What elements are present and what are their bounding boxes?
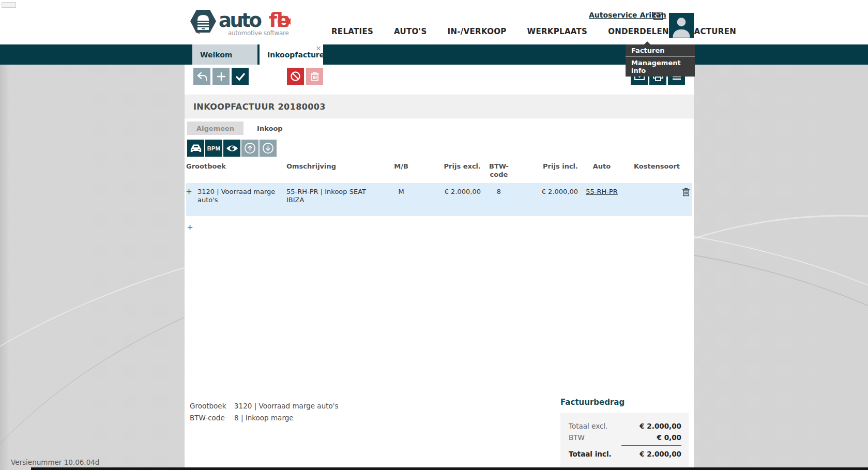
nav-item-facturen[interactable]: FACTUREN xyxy=(690,27,736,36)
col-header-kostensoort: Kostensoort xyxy=(626,161,679,179)
menu-item-facturen[interactable]: Facturen xyxy=(626,44,695,56)
add-row-icon[interactable]: + xyxy=(187,223,193,232)
totals-row-excl: Totaal excl. € 2.000,00 xyxy=(569,420,681,432)
close-icon[interactable]: × xyxy=(315,44,322,52)
col-header-grootboek: Grootboek xyxy=(186,161,286,179)
cell-omschrijving: 55-RH-PR | Inkoop SEAT IBIZA xyxy=(286,188,388,204)
detail-label: Grootboek xyxy=(190,400,234,412)
tab-inkoopfacturen[interactable]: Inkoopfacture... × xyxy=(260,44,323,65)
tab-inkoop[interactable]: Inkoop xyxy=(248,122,292,135)
cell-grootboek: 3120 | Voorraad marge auto's xyxy=(197,188,286,204)
col-header-prijs-excl: Prijs excl. xyxy=(415,161,481,179)
cancel-button[interactable] xyxy=(287,68,304,85)
page-title: INKOOPFACTUUR 20180003 xyxy=(193,102,326,112)
logo-text-auto: auto xyxy=(219,9,262,32)
invoice-totals: Factuurbedrag Totaal excl. € 2.000,00 BT… xyxy=(560,398,689,467)
menu-item-management-info[interactable]: Management info xyxy=(626,57,695,77)
invoice-panel: INKOOPFACTUUR 20180003 Algemeen Inkoop B… xyxy=(185,65,694,468)
logo-tagline: automotive software xyxy=(228,29,290,37)
check-icon xyxy=(235,72,246,81)
add-button[interactable] xyxy=(212,68,230,85)
detail-row-grootboek: Grootboek 3120 | Voorraad marge auto's xyxy=(190,400,339,412)
add-row-area: + xyxy=(186,223,692,233)
move-down-button[interactable] xyxy=(260,140,277,157)
view-button[interactable] xyxy=(223,140,240,157)
tab-inkoopfacturen-label: Inkoopfacture... xyxy=(267,51,332,59)
cell-prijs-excl: € 2.000,00 xyxy=(415,188,481,204)
form-tabs: Algemeen Inkoop xyxy=(187,122,292,135)
totals-heading: Factuurbedrag xyxy=(560,398,689,407)
totals-label: Totaal excl. xyxy=(569,420,607,432)
totals-value: € 2.000,00 xyxy=(639,420,681,432)
totals-row-incl: Totaal incl. € 2.000,00 xyxy=(569,448,681,460)
person-icon xyxy=(671,15,692,38)
totals-label: Totaal incl. xyxy=(569,448,612,460)
totals-separator xyxy=(621,445,681,446)
open-tabs-bar: Welkom Inkoopfacture... × xyxy=(0,44,868,65)
totals-box: Totaal excl. € 2.000,00 BTW € 0,00 Totaa… xyxy=(560,413,689,467)
car-button[interactable] xyxy=(187,140,204,157)
trash-icon xyxy=(682,187,690,197)
expand-row-icon[interactable]: + xyxy=(186,188,192,196)
delete-row-button[interactable] xyxy=(682,187,690,197)
col-header-mb: M/B xyxy=(388,161,415,179)
line-toolbar: BPM xyxy=(187,140,277,157)
bpm-button[interactable]: BPM xyxy=(205,140,222,157)
cell-prijs-incl: € 2.000,00 xyxy=(517,188,578,204)
detail-value: 3120 | Voorraad marge auto's xyxy=(234,400,339,412)
bpm-label: BPM xyxy=(207,145,220,151)
logo-text-flex: flex xyxy=(269,9,291,32)
totals-label: BTW xyxy=(569,432,585,443)
tab-welkom-label: Welkom xyxy=(200,51,232,59)
app-window: auto flex automotive software RELATIES A… xyxy=(0,0,868,470)
col-header-auto: Auto xyxy=(578,161,626,179)
detail-label: BTW-code xyxy=(190,412,234,424)
version-number: Versienummer 10.06.04d xyxy=(11,458,99,466)
totals-value: € 0,00 xyxy=(657,432,681,443)
col-header-btw-code: BTW-code xyxy=(481,161,517,179)
move-up-button[interactable] xyxy=(241,140,258,157)
auto-license-link[interactable]: 55-RH-PR xyxy=(586,188,618,195)
nav-item-onderdelen[interactable]: ONDERDELEN xyxy=(608,27,669,36)
cell-mb: M xyxy=(388,188,415,204)
envelope-icon[interactable] xyxy=(653,12,663,20)
detail-value: 8 | Inkoop marge xyxy=(234,412,294,424)
dropdown-caret xyxy=(644,41,650,44)
table-row: + 3120 | Voorraad marge auto's 55-RH-PR … xyxy=(186,183,692,216)
undo-button[interactable] xyxy=(193,68,210,85)
invoice-lines-table: Grootboek Omschrijving M/B Prijs excl. B… xyxy=(186,161,692,233)
totals-row-btw: BTW € 0,00 xyxy=(569,432,681,443)
car-icon xyxy=(190,144,202,153)
cell-btw-code: 8 xyxy=(481,188,517,204)
invoice-title-bar: INKOOPFACTUUR 20180003 xyxy=(185,95,694,118)
logo-hexagon-icon xyxy=(190,10,216,34)
totals-value: € 2.000,00 xyxy=(639,448,681,460)
app-header: auto flex automotive software RELATIES A… xyxy=(0,0,868,44)
nav-item-autos[interactable]: AUTO'S xyxy=(394,27,427,36)
undo-icon xyxy=(196,71,208,82)
circle-arrow-up-icon xyxy=(244,142,256,154)
delete-button-disabled[interactable] xyxy=(306,68,323,85)
trash-icon xyxy=(310,71,319,82)
tab-algemeen[interactable]: Algemeen xyxy=(187,122,243,135)
circle-arrow-down-icon xyxy=(262,142,274,154)
col-header-actions xyxy=(679,161,692,179)
plus-icon xyxy=(217,72,226,81)
prohibition-icon xyxy=(290,71,301,82)
confirm-button[interactable] xyxy=(232,68,249,85)
tab-welkom[interactable]: Welkom xyxy=(192,44,257,65)
facturen-dropdown-menu: Facturen Management info xyxy=(626,44,695,77)
eye-icon xyxy=(226,144,238,153)
bottom-edge-bar xyxy=(31,467,868,470)
autoflex-logo[interactable]: auto flex automotive software xyxy=(189,7,291,38)
col-header-prijs-incl: Prijs incl. xyxy=(517,161,578,179)
nav-item-in-verkoop[interactable]: IN-/VERKOOP xyxy=(448,27,507,36)
nav-item-werkplaats[interactable]: WERKPLAATS xyxy=(527,27,588,36)
user-avatar[interactable] xyxy=(669,13,694,38)
nav-item-relaties[interactable]: RELATIES xyxy=(331,27,373,36)
selected-line-details: Grootboek 3120 | Voorraad marge auto's B… xyxy=(190,400,339,424)
invoice-toolbar xyxy=(185,68,694,85)
detail-row-btw-code: BTW-code 8 | Inkoop marge xyxy=(190,412,339,424)
table-header-row: Grootboek Omschrijving M/B Prijs excl. B… xyxy=(186,161,692,183)
col-header-omschrijving: Omschrijving xyxy=(286,161,388,179)
